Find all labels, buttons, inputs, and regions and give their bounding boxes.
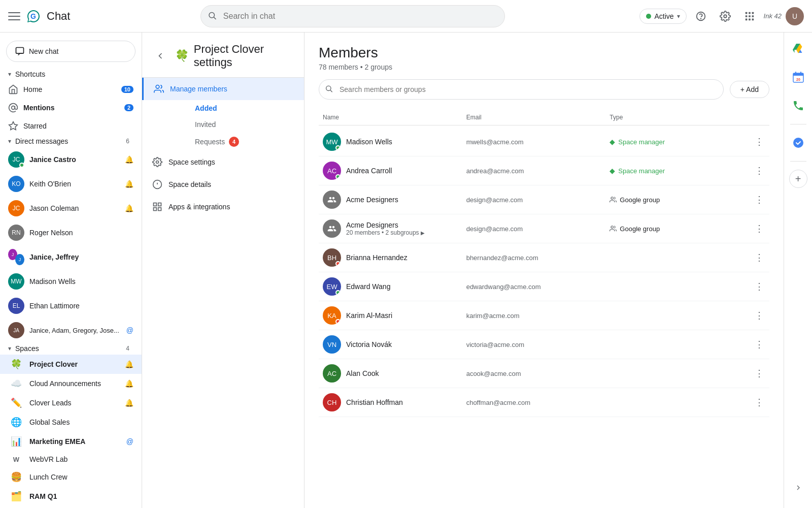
svg-point-6 [724,15,727,18]
search-icon [325,85,333,94]
space-name: Global Sales [29,418,133,426]
apps-integrations-label: Apps & integrations [168,203,230,211]
members-search[interactable] [319,79,724,100]
svg-rect-26 [158,208,161,211]
new-chat-label: New chat [29,47,58,55]
more-options-button[interactable]: ⋮ [751,134,767,150]
nav-item-space-details[interactable]: Space details [142,173,304,196]
add-member-button[interactable]: + Add [730,81,769,98]
app-title: Chat [47,10,70,23]
nav-sub-added[interactable]: Added [168,100,304,116]
more-options-button[interactable]: ⋮ [751,192,767,208]
shortcuts-section-header[interactable]: ▾ Shortcuts [0,68,142,80]
sidebar-item-marketing-emea[interactable]: 📊 Marketing EMEA @ [0,432,142,451]
calendar-icon-button[interactable]: 20 [788,67,808,87]
dm-name: Madison Wells [29,277,133,285]
divider [790,124,806,124]
sidebar-item-cloud-announcements[interactable]: ☁️ Cloud Announcements 🔔 [0,374,142,393]
search-input[interactable] [200,5,505,27]
sidebar-item-ethan[interactable]: EL Ethan Lattimore [0,294,142,318]
sidebar-item-launch-approvals[interactable]: ⭕ Launch approvals [0,506,142,508]
add-app-button[interactable]: + [789,170,807,188]
members-search-input[interactable] [319,79,724,100]
member-email: acook@acme.com [462,370,606,377]
scroll-down-icon[interactable] [788,478,808,498]
member-row: MW Madison Wells mwells@acme.com ◆ Space… [319,128,769,156]
sidebar-item-group-chat[interactable]: JA Janice, Adam, Gregory, Jose... @ [0,318,142,342]
svg-rect-9 [752,12,754,14]
ram-emoji: 🗂️ [8,491,24,502]
sidebar-item-keith[interactable]: KO Keith O'Brien 🔔 [0,172,142,196]
members-meta: 78 members • 2 groups [319,63,769,71]
help-icon[interactable] [691,6,711,26]
right-sidebar: 20 + [784,33,812,508]
apps-grid-icon[interactable] [739,6,760,26]
more-options-button[interactable]: ⋮ [751,365,767,382]
sub-nav: Added Invited Requests 4 [142,100,304,151]
member-actions: ⋮ [749,163,769,179]
dm-name: Jason Coleman [29,204,120,212]
sidebar-item-starred[interactable]: Starred [0,117,142,135]
spaces-section-header[interactable]: ▾ Spaces 4 [0,342,142,355]
more-options-button[interactable]: ⋮ [751,163,767,179]
more-options-button[interactable]: ⋮ [751,249,767,266]
more-options-button[interactable]: ⋮ [751,394,767,410]
sidebar-item-madison[interactable]: MW Madison Wells [0,269,142,294]
new-chat-button[interactable]: New chat [6,41,136,62]
active-status-button[interactable]: Active ▾ [639,9,686,24]
sidebar-item-lunch-crew[interactable]: 🍔 Lunch Crew [0,467,142,487]
sidebar-item-home[interactable]: Home 10 [0,80,142,99]
more-options-button[interactable]: ⋮ [751,307,767,324]
sidebar-item-jason[interactable]: JC Jason Coleman 🔔 [0,196,142,220]
sidebar-item-webvr[interactable]: W WebVR Lab [0,451,142,467]
svg-rect-25 [158,203,161,206]
hamburger-menu-icon[interactable] [8,10,20,22]
clover-emoji: 🍀 [8,359,24,370]
nav-sub-requests[interactable]: Requests 4 [168,133,304,151]
settings-icon[interactable] [715,6,735,26]
dm-section-header[interactable]: ▾ Direct messages 6 [0,135,142,147]
sidebar-item-clover-leads[interactable]: ✏️ Clover Leads 🔔 [0,393,142,412]
leads-emoji: ✏️ [8,397,24,408]
avatar-edward: EW [323,277,341,296]
back-button[interactable] [152,47,169,65]
nav-item-manage-members[interactable]: Manage members [142,78,304,100]
sidebar-item-global-sales[interactable]: 🌐 Global Sales [0,412,142,432]
member-row: EW Edward Wang edwardwang@acme.com ⋮ [319,272,769,301]
phone-icon-button[interactable] [788,96,808,116]
active-dot [646,14,651,19]
sidebar-item-mentions[interactable]: Mentions 2 [0,99,142,117]
col-name: Name [319,114,462,121]
member-actions: ⋮ [749,134,769,150]
group-icon [610,196,617,203]
member-email: victoria@acme.com [462,341,606,348]
member-type: Google group [605,196,749,204]
search-bar[interactable] [200,5,505,27]
add-label: + Add [740,85,759,93]
member-name-cell: Acme Designers 20 members • 2 subgroups … [319,219,462,238]
sidebar-item-ram-q1[interactable]: 🗂️ RAM Q1 [0,487,142,506]
more-options-button[interactable]: ⋮ [751,336,767,353]
svg-point-19 [156,85,159,89]
tasks-icon-button[interactable] [788,133,808,153]
user-avatar[interactable]: U [786,7,804,25]
nav-item-apps-integrations[interactable]: Apps & integrations [142,196,304,218]
avatar-victoria: VN [323,335,341,354]
more-options-button[interactable]: ⋮ [751,278,767,295]
member-name-cell: AC Andrea Carroll [319,162,462,180]
sidebar-item-janice-castro[interactable]: JC Janice Castro 🔔 [0,147,142,172]
sidebar-item-project-clover[interactable]: 🍀 Project Clover 🔔 [0,355,142,374]
clover-emoji-settings: 🍀 [175,49,189,62]
chevron-down-icon: ▾ [677,13,680,20]
diamond-icon: ◆ [610,138,615,146]
nav-item-space-settings[interactable]: Space settings [142,151,304,173]
svg-text:20: 20 [796,78,800,81]
more-options-button[interactable]: ⋮ [751,220,767,237]
space-name: Marketing EMEA [29,437,121,446]
sidebar-item-janice-jeffrey[interactable]: J J Janice, Jeffrey [0,245,142,269]
drive-icon-button[interactable] [788,39,808,59]
expand-icon: ▶ [421,230,425,236]
nav-sub-invited[interactable]: Invited [168,116,304,133]
sidebar-item-roger[interactable]: RN Roger Nelson [0,220,142,245]
space-name: RAM Q1 [29,492,133,500]
